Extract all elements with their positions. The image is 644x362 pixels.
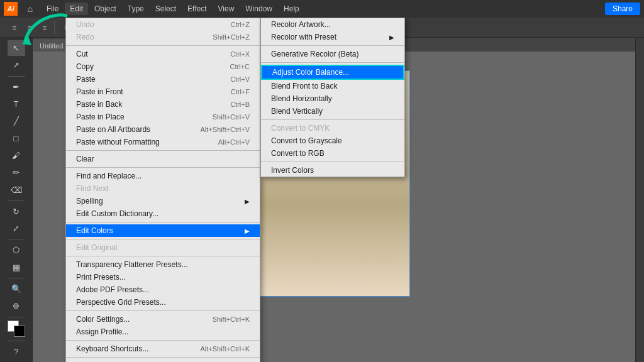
colors-sep-3 xyxy=(261,119,404,120)
submenu-generative-recolor[interactable]: Generative Recolor (Beta) xyxy=(261,48,404,60)
submenu-recolor-preset[interactable]: Recolor with Preset ▶ xyxy=(261,31,404,43)
separator-3 xyxy=(66,167,260,168)
menu-item-find-next[interactable]: Find Next xyxy=(66,182,260,195)
separator-8 xyxy=(66,340,260,341)
menu-item-edit-original[interactable]: Edit Original xyxy=(66,241,260,254)
menu-item-redo[interactable]: Redo Shift+Ctrl+Z xyxy=(66,31,260,43)
colors-sep-2 xyxy=(261,62,404,63)
separator-2 xyxy=(66,150,260,151)
menu-item-pdf-presets[interactable]: Adobe PDF Presets... xyxy=(66,283,260,296)
menu-item-my-settings[interactable]: My Settings ▶ xyxy=(66,359,260,362)
menu-item-undo[interactable]: Undo Ctrl+Z xyxy=(66,18,260,31)
separator-9 xyxy=(66,357,260,358)
separator-7 xyxy=(66,310,260,311)
separator-5 xyxy=(66,239,260,239)
menu-item-custom-dict[interactable]: Edit Custom Dictionary... xyxy=(66,207,260,220)
submenu-convert-grayscale[interactable]: Convert to Grayscale xyxy=(261,134,404,147)
colors-sep-1 xyxy=(261,45,404,46)
menu-item-paste-place[interactable]: Paste in Place Shift+Ctrl+V xyxy=(66,111,260,123)
menu-item-paste[interactable]: Paste Ctrl+V xyxy=(66,73,260,85)
menu-item-assign-profile[interactable]: Assign Profile... xyxy=(66,326,260,338)
menu-item-paste-back[interactable]: Paste in Back Ctrl+B xyxy=(66,98,260,111)
menu-item-cut[interactable]: Cut Ctrl+X xyxy=(66,48,260,60)
submenu-convert-rgb[interactable]: Convert to RGB xyxy=(261,147,404,160)
dropdown-overlay: Undo Ctrl+Z Redo Shift+Ctrl+Z Cut Ctrl+X… xyxy=(0,0,644,362)
colors-sep-4 xyxy=(261,162,404,162)
menu-item-spelling[interactable]: Spelling ▶ xyxy=(66,195,260,207)
menu-item-find-replace[interactable]: Find and Replace... xyxy=(66,170,260,182)
edit-menu-dropdown: Undo Ctrl+Z Redo Shift+Ctrl+Z Cut Ctrl+X… xyxy=(65,18,260,362)
separator-4 xyxy=(66,222,260,222)
menu-item-perspective-presets[interactable]: Perspective Grid Presets... xyxy=(66,296,260,309)
menu-item-color-settings[interactable]: Color Settings... Shift+Ctrl+K xyxy=(66,313,260,326)
menu-item-keyboard-shortcuts[interactable]: Keyboard Shortcuts... Alt+Shift+Ctrl+K xyxy=(66,343,260,355)
menu-item-paste-noformat[interactable]: Paste without Formatting Alt+Ctrl+V xyxy=(66,136,260,148)
submenu-blend-front-back[interactable]: Blend Front to Back xyxy=(261,80,404,92)
menu-item-paste-front[interactable]: Paste in Front Ctrl+F xyxy=(66,85,260,98)
separator-6 xyxy=(66,256,260,256)
menu-item-transparency-presets[interactable]: Transparency Flattener Presets... xyxy=(66,258,260,271)
menu-item-copy[interactable]: Copy Ctrl+C xyxy=(66,60,260,73)
menu-item-clear[interactable]: Clear xyxy=(66,153,260,165)
menu-item-edit-colors[interactable]: Edit Colors ▶ xyxy=(66,224,260,237)
submenu-recolor-artwork[interactable]: Recolor Artwork... xyxy=(261,18,404,31)
menu-item-print-presets[interactable]: Print Presets... xyxy=(66,271,260,283)
submenu-invert-colors[interactable]: Invert Colors xyxy=(261,164,404,177)
colors-submenu: Recolor Artwork... Recolor with Preset ▶… xyxy=(260,18,405,177)
separator-1 xyxy=(66,45,260,46)
teal-arrow xyxy=(19,6,75,52)
menu-item-paste-all[interactable]: Paste on All Artboards Alt+Shift+Ctrl+V xyxy=(66,123,260,136)
submenu-convert-cmyk[interactable]: Convert to CMYK xyxy=(261,122,404,134)
submenu-adjust-color-balance[interactable]: Adjust Color Balance... xyxy=(261,65,404,80)
submenu-blend-vertically[interactable]: Blend Vertically xyxy=(261,105,404,118)
submenu-blend-horizontally[interactable]: Blend Horizontally xyxy=(261,92,404,105)
